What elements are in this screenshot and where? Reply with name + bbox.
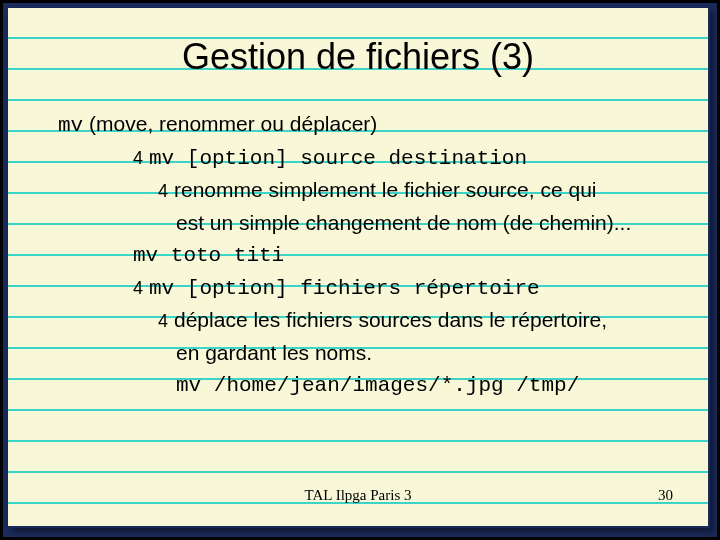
example-rename-text: mv toto titi xyxy=(133,244,284,267)
slide-body: Gestion de fichiers (3) mv (move, renomm… xyxy=(8,8,710,528)
bullet-icon: 4 xyxy=(158,306,174,337)
syntax-files-dir-text: mv [option] fichiers répertoire xyxy=(149,277,540,300)
move-desc-line2: en gardant les noms. xyxy=(176,337,678,368)
bullet-icon: 4 xyxy=(133,273,149,304)
slide-number: 30 xyxy=(658,487,673,504)
slide-title: Gestion de fichiers (3) xyxy=(8,36,708,78)
syntax-text: mv [option] source destination xyxy=(149,147,527,170)
cmd-mv-desc: (move, renommer ou déplacer) xyxy=(83,112,377,135)
slide-content: mv (move, renommer ou déplacer) 4mv [opt… xyxy=(58,108,678,401)
cmd-mv: mv xyxy=(58,114,83,137)
syntax-files-dir: 4mv [option] fichiers répertoire xyxy=(133,271,678,304)
bullet-icon: 4 xyxy=(133,143,149,174)
slide-frame: Gestion de fichiers (3) mv (move, renomm… xyxy=(3,3,717,537)
move-text-1: déplace les fichiers sources dans le rép… xyxy=(174,308,607,331)
line-mv-desc: mv (move, renommer ou déplacer) xyxy=(58,108,678,141)
example-rename: mv toto titi xyxy=(133,238,678,271)
bullet-icon: 4 xyxy=(158,176,174,207)
rename-desc-line1: 4renomme simplement le fichier source, c… xyxy=(158,174,678,207)
move-desc-line1: 4déplace les fichiers sources dans le ré… xyxy=(158,304,678,337)
rename-desc-line2: est un simple changement de nom (de chem… xyxy=(176,207,678,238)
syntax-source-dest: 4mv [option] source destination xyxy=(133,141,678,174)
example-move: mv /home/jean/images/*.jpg /tmp/ xyxy=(176,368,678,401)
example-move-text: mv /home/jean/images/*.jpg /tmp/ xyxy=(176,374,579,397)
rename-text-1: renomme simplement le fichier source, ce… xyxy=(174,178,597,201)
footer-center: TAL Ilpga Paris 3 xyxy=(8,487,708,504)
